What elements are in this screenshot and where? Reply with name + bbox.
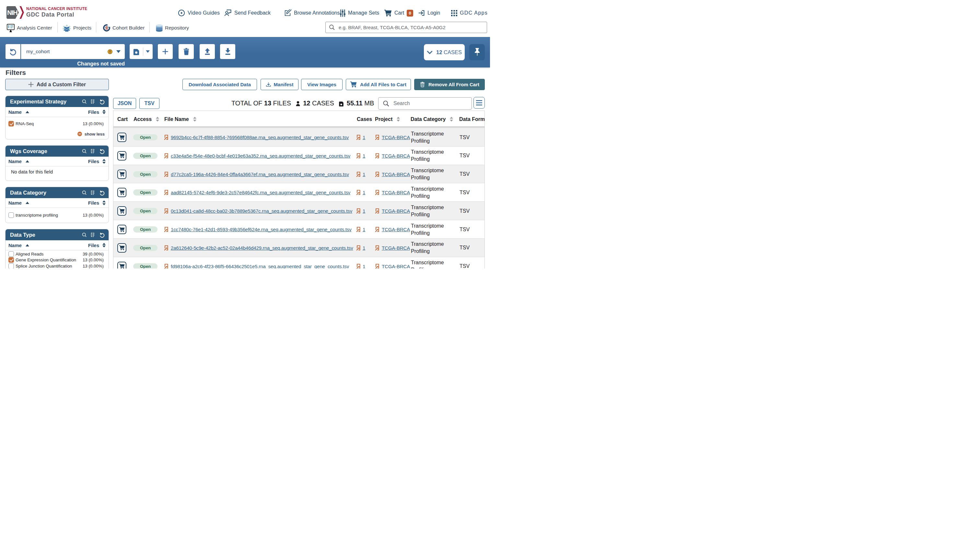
- svg-text:NIH: NIH: [7, 9, 18, 16]
